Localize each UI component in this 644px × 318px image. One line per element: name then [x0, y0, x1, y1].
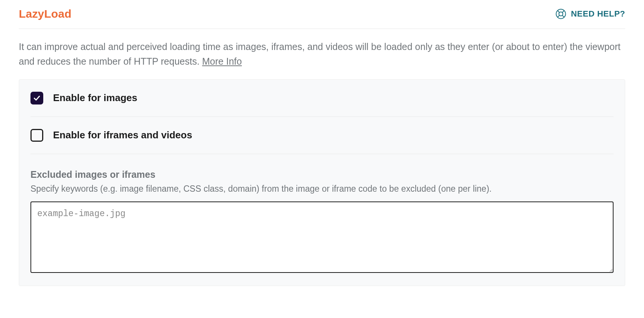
svg-line-3 — [562, 11, 564, 12]
excluded-textarea[interactable] — [30, 201, 614, 273]
excluded-title: Excluded images or iframes — [30, 169, 614, 180]
section-description-text: It can improve actual and perceived load… — [19, 41, 620, 67]
option-enable-iframes[interactable]: Enable for iframes and videos — [30, 117, 614, 154]
excluded-description: Specify keywords (e.g. image filename, C… — [30, 184, 614, 194]
settings-box: Enable for images Enable for iframes and… — [19, 79, 625, 286]
option-enable-images[interactable]: Enable for images — [30, 80, 614, 117]
svg-point-1 — [559, 12, 563, 16]
section-description: It can improve actual and perceived load… — [19, 29, 625, 69]
excluded-section: Excluded images or iframes Specify keywo… — [30, 154, 614, 274]
option-enable-iframes-label: Enable for iframes and videos — [53, 129, 192, 141]
need-help-link[interactable]: NEED HELP? — [555, 8, 625, 20]
lifebuoy-icon — [555, 8, 567, 20]
section-title: LazyLoad — [19, 8, 71, 20]
checkbox-enable-iframes[interactable] — [30, 129, 43, 142]
svg-line-5 — [562, 15, 564, 17]
lazyload-panel: LazyLoad NEED HELP? It can improve actua… — [0, 0, 644, 297]
option-enable-images-label: Enable for images — [53, 92, 137, 104]
checkbox-enable-images[interactable] — [30, 92, 43, 104]
more-info-link[interactable]: More Info — [202, 56, 242, 67]
svg-line-2 — [557, 11, 559, 12]
need-help-label: NEED HELP? — [571, 9, 625, 19]
svg-line-4 — [557, 15, 559, 17]
section-header: LazyLoad NEED HELP? — [19, 8, 625, 29]
